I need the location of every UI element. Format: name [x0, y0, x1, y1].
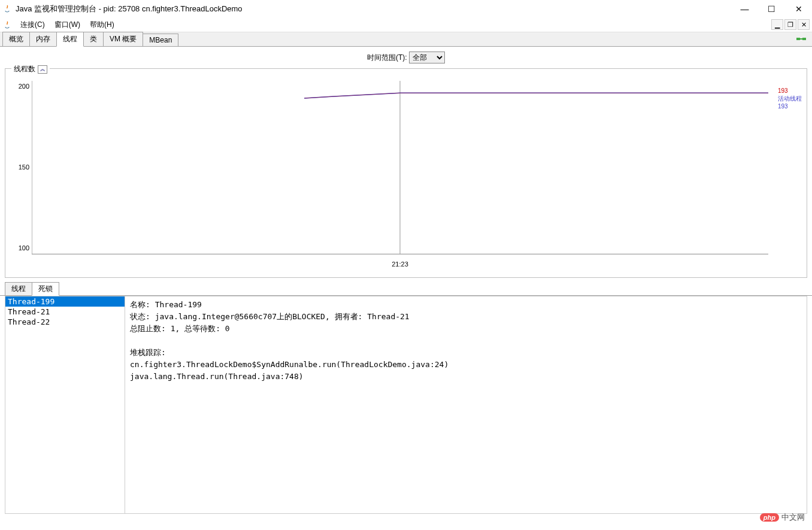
- subtab-deadlock[interactable]: 死锁: [32, 282, 59, 296]
- chart-title-row: 线程数 ︽: [11, 64, 50, 74]
- thread-detail: 名称: Thread-199 状态: java.lang.Integer@566…: [125, 296, 807, 513]
- time-range-label: 时间范围(T):: [367, 53, 407, 62]
- legend-active-value: 193: [778, 102, 802, 110]
- legend-active-label: 活动线程: [778, 95, 802, 102]
- close-button[interactable]: ✕: [785, 0, 812, 18]
- ytick-200: 200: [13, 83, 29, 90]
- list-item[interactable]: Thread-22: [5, 317, 125, 327]
- svg-rect-1: [802, 38, 806, 40]
- legend-peak: 193: [778, 87, 802, 95]
- menu-window[interactable]: 窗口(W): [50, 19, 85, 31]
- list-item[interactable]: Thread-21: [5, 307, 125, 317]
- window-title: Java 监视和管理控制台 - pid: 25708 cn.fighter3.T…: [16, 4, 243, 14]
- chart-title: 线程数: [14, 64, 35, 74]
- stack-label: 堆栈跟踪:: [130, 347, 802, 359]
- watermark: php 中文网: [760, 512, 805, 523]
- ytick-150: 150: [13, 163, 29, 171]
- detail-tabbar: 线程 死锁: [0, 283, 812, 296]
- menu-help[interactable]: 帮助(H): [85, 19, 119, 31]
- tab-mbean[interactable]: MBean: [143, 34, 178, 46]
- series-peak: [304, 93, 768, 98]
- menubar: 连接(C) 窗口(W) 帮助(H) ▁ ❐ ✕: [0, 18, 812, 32]
- tab-threads[interactable]: 线程: [56, 32, 84, 47]
- subtab-threads[interactable]: 线程: [5, 282, 32, 295]
- time-range-row: 时间范围(T): 全部: [0, 47, 812, 68]
- detail-status-row: 状态: java.lang.Integer@5660c707上的BLOCKED,…: [130, 311, 802, 323]
- php-badge: php: [760, 513, 779, 522]
- internal-window-controls: ▁ ❐ ✕: [771, 19, 810, 30]
- ytick-100: 100: [13, 244, 29, 252]
- tab-classes[interactable]: 类: [83, 32, 104, 46]
- stack-line: java.lang.Thread.run(Thread.java:748): [130, 371, 802, 383]
- tab-memory[interactable]: 内存: [29, 32, 57, 46]
- detail-panel: Thread-199 Thread-21 Thread-22 名称: Threa…: [5, 296, 807, 514]
- chart-area[interactable]: 200 150 100 21:23 193 活动线程 193: [32, 81, 768, 266]
- connection-status-icon: [795, 34, 807, 44]
- xtick: 21:23: [392, 261, 408, 268]
- chart-legend: 193 活动线程 193: [778, 87, 802, 110]
- detail-name-row: 名称: Thread-199: [130, 299, 802, 311]
- minimize-button[interactable]: —: [731, 0, 758, 18]
- series-active: [304, 93, 768, 98]
- maximize-button[interactable]: ☐: [758, 0, 785, 18]
- internal-minimize-button[interactable]: ▁: [771, 19, 783, 30]
- menu-connect[interactable]: 连接(C): [16, 19, 50, 31]
- detail-counts-row: 总阻止数: 1, 总等待数: 0: [130, 323, 802, 335]
- chart-collapse-button[interactable]: ︽: [38, 65, 47, 74]
- internal-close-button[interactable]: ✕: [798, 19, 810, 30]
- window-titlebar: Java 监视和管理控制台 - pid: 25708 cn.fighter3.T…: [0, 0, 812, 18]
- stack-line: cn.fighter3.ThreadLockDemo$SynAddRunalbe…: [130, 359, 802, 371]
- thread-count-chart-panel: 线程数 ︽ 200 150 100 21:23 193 活动线程 193: [5, 68, 807, 278]
- window-controls: — ☐ ✕: [731, 0, 812, 18]
- chart-svg: [32, 81, 768, 266]
- java-icon: [2, 20, 12, 30]
- thread-list[interactable]: Thread-199 Thread-21 Thread-22: [5, 296, 125, 513]
- time-range-select[interactable]: 全部: [409, 52, 445, 63]
- internal-restore-button[interactable]: ❐: [784, 19, 796, 30]
- main-tabbar: 概览 内存 线程 类 VM 概要 MBean: [0, 32, 812, 47]
- watermark-text: 中文网: [781, 512, 805, 523]
- tab-vm[interactable]: VM 概要: [103, 32, 143, 46]
- spacer: [130, 335, 802, 347]
- java-icon: [2, 4, 12, 14]
- svg-rect-0: [796, 38, 800, 40]
- list-item[interactable]: Thread-199: [5, 296, 125, 307]
- tab-overview[interactable]: 概览: [2, 32, 30, 46]
